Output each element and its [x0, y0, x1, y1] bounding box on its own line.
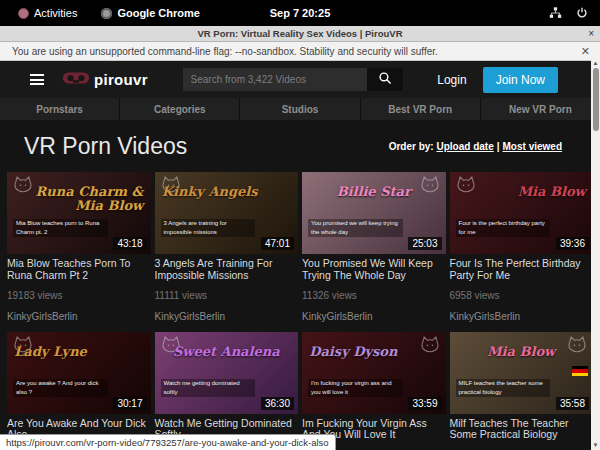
- thumb-overlay-caption: 3 Angels are training for impossible mis…: [161, 219, 256, 237]
- login-link[interactable]: Login: [437, 73, 466, 87]
- video-title[interactable]: 3 Angels Are Training For Impossible Mis…: [155, 258, 299, 282]
- video-studio-link[interactable]: KinkyGirlsBerlin: [450, 311, 594, 322]
- menu-icon[interactable]: [30, 74, 44, 85]
- video-card[interactable]: Daisy Dyson I'm fucking your virgin ass …: [302, 332, 446, 450]
- status-url-bar: https://pirouvr.com/vr-porn-video/779325…: [0, 434, 336, 450]
- duration-badge: 47:01: [261, 237, 294, 250]
- thumb-overlay-name: Billie Star: [309, 185, 438, 199]
- video-studio-link[interactable]: KinkyGirlsBerlin: [302, 311, 446, 322]
- scrollbar-thumb[interactable]: [593, 68, 599, 131]
- thumb-overlay-name: Lady Lyne: [14, 345, 143, 359]
- thumb-overlay-name: Kinky Angels: [162, 185, 291, 199]
- page-scrollbar[interactable]: ▲ ▼: [591, 59, 600, 450]
- order-by-label: Order by:: [389, 141, 434, 152]
- thumb-overlay-name: Runa Charm & Mia Blow: [14, 185, 143, 212]
- video-thumb[interactable]: Sweet Analena Watch me getting dominated…: [155, 332, 299, 414]
- video-views: 11326 views: [302, 290, 446, 301]
- window-close-icon[interactable]: ×: [582, 28, 600, 39]
- thumb-overlay-caption: Are you awake ? And your dick also ?: [13, 379, 108, 397]
- video-thumb[interactable]: Mia Blow Four is the perfect birthday pa…: [450, 172, 594, 254]
- infobar-close-icon[interactable]: ✕: [581, 45, 600, 58]
- vr-headset-icon: [62, 70, 90, 90]
- video-views: 6958 views: [450, 290, 594, 301]
- order-by: Order by: Upload date|Most viewed: [389, 141, 562, 152]
- duration-badge: 33:59: [408, 397, 441, 410]
- duration-badge: 39:36: [556, 237, 589, 250]
- site-logo[interactable]: pirouvr: [62, 70, 148, 90]
- thumb-overlay-caption: MILF teaches the teacher some practical …: [456, 379, 551, 397]
- video-views: 19183 views: [7, 290, 151, 301]
- video-views: 11111 views: [155, 290, 299, 301]
- order-upload-date-link[interactable]: Upload date: [436, 141, 493, 152]
- video-thumb[interactable]: Runa Charm & Mia Blow Mia Blow teaches p…: [7, 172, 151, 254]
- window-title: VR Porn: Virtual Reality Sex Videos | Pi…: [0, 28, 600, 39]
- video-card[interactable]: Runa Charm & Mia Blow Mia Blow teaches p…: [7, 172, 151, 332]
- thumb-overlay-caption: Four is the perfect birthday party for m…: [456, 219, 551, 237]
- video-thumb[interactable]: Daisy Dyson I'm fucking your virgin ass …: [302, 332, 446, 414]
- video-studio-link[interactable]: KinkyGirlsBerlin: [155, 311, 299, 322]
- thumb-overlay-caption: You promised we will keep trying the who…: [308, 219, 403, 237]
- page-title: VR Porn Videos: [24, 133, 187, 160]
- thumb-overlay-caption: I'm fucking your virgin ass and you will…: [308, 379, 403, 397]
- nav-categories[interactable]: Categories: [119, 98, 239, 120]
- page-heading-row: VR Porn Videos Order by: Upload date|Mos…: [0, 120, 600, 166]
- video-studio-link[interactable]: KinkyGirlsBerlin: [7, 311, 151, 322]
- infobar-message: You are using an unsupported command-lin…: [0, 46, 438, 57]
- duration-badge: 43:18: [113, 237, 146, 250]
- video-title[interactable]: You Promised We Will Keep Trying The Who…: [302, 258, 446, 282]
- system-top-bar: Activities Google Chrome Sep 7 20:25: [0, 0, 600, 26]
- search-input[interactable]: [183, 68, 367, 91]
- video-card[interactable]: Kinky Angels 3 Angels are training for i…: [155, 172, 299, 332]
- main-nav: Pornstars Categories Studios Best VR Por…: [0, 98, 600, 120]
- nav-best-vr-porn[interactable]: Best VR Porn: [360, 98, 480, 120]
- video-thumb[interactable]: Kinky Angels 3 Angels are training for i…: [155, 172, 299, 254]
- duration-badge: 25:03: [408, 237, 441, 250]
- chrome-infobar: You are using an unsupported command-lin…: [0, 42, 600, 61]
- site-header: pirouvr Login Join Now: [0, 61, 600, 98]
- thumb-overlay-name: Daisy Dyson: [309, 345, 438, 359]
- scroll-up-icon[interactable]: ▲: [591, 59, 600, 67]
- thumb-overlay-caption: Watch me getting dominated softly: [161, 379, 256, 397]
- video-card[interactable]: Sweet Analena Watch me getting dominated…: [155, 332, 299, 450]
- duration-badge: 36:30: [261, 397, 294, 410]
- power-icon[interactable]: [576, 7, 588, 19]
- video-title[interactable]: Mia Blow Teaches Porn To Runa Charm Pt 2: [7, 258, 151, 282]
- thumb-overlay-name: Mia Blow: [457, 345, 586, 359]
- video-card[interactable]: Billie Star You promised we will keep tr…: [302, 172, 446, 332]
- logo-text: pirouvr: [94, 71, 148, 88]
- thumb-overlay-name: Mia Blow: [457, 185, 586, 199]
- video-thumb[interactable]: Lady Lyne Are you awake ? And your dick …: [7, 332, 151, 414]
- thumb-overlay-caption: Mia Blow teaches porn to Runa Charm pt. …: [13, 219, 108, 237]
- duration-badge: 30:17: [113, 397, 146, 410]
- video-thumb[interactable]: Billie Star You promised we will keep tr…: [302, 172, 446, 254]
- scroll-down-icon[interactable]: ▼: [591, 441, 600, 449]
- clock[interactable]: Sep 7 20:25: [0, 7, 600, 19]
- network-icon[interactable]: [549, 7, 562, 19]
- join-now-button[interactable]: Join Now: [483, 67, 558, 93]
- duration-badge: 35:58: [556, 397, 589, 410]
- nav-studios[interactable]: Studios: [239, 98, 359, 120]
- nav-new-vr-porn[interactable]: New VR Porn: [480, 98, 600, 120]
- video-title[interactable]: Milf Teaches The Teacher Some Practical …: [450, 418, 594, 442]
- video-thumb[interactable]: Mia Blow MILF teaches the teacher some p…: [450, 332, 594, 414]
- order-separator: |: [497, 141, 500, 152]
- search-button[interactable]: [367, 68, 403, 91]
- german-flag-icon: [572, 366, 588, 376]
- search-form: [183, 68, 403, 91]
- search-icon: [378, 71, 392, 88]
- video-card[interactable]: Mia Blow MILF teaches the teacher some p…: [450, 332, 594, 450]
- video-grid: Runa Charm & Mia Blow Mia Blow teaches p…: [0, 166, 600, 450]
- order-most-viewed-link[interactable]: Most viewed: [503, 141, 562, 152]
- nav-pornstars[interactable]: Pornstars: [0, 98, 119, 120]
- video-card[interactable]: Lady Lyne Are you awake ? And your dick …: [7, 332, 151, 450]
- video-card[interactable]: Mia Blow Four is the perfect birthday pa…: [450, 172, 594, 332]
- thumb-overlay-name: Sweet Analena: [162, 345, 291, 359]
- video-title[interactable]: Four Is The Perfect Birthday Party For M…: [450, 258, 594, 282]
- window-title-bar: VR Porn: Virtual Reality Sex Videos | Pi…: [0, 26, 600, 42]
